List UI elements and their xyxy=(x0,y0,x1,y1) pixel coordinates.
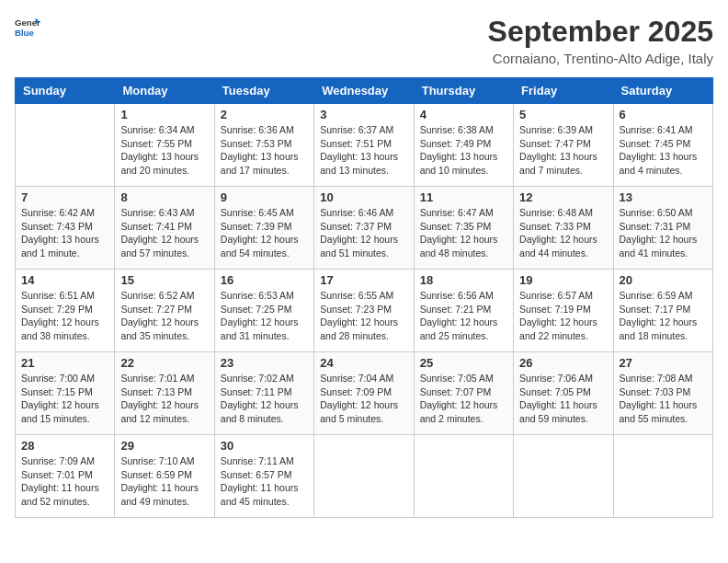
day-number: 29 xyxy=(120,439,208,453)
calendar-cell: 11Sunrise: 6:47 AM Sunset: 7:35 PM Dayli… xyxy=(414,187,513,270)
day-number: 28 xyxy=(21,439,108,453)
calendar-table: SundayMondayTuesdayWednesdayThursdayFrid… xyxy=(15,77,713,518)
calendar-cell: 22Sunrise: 7:01 AM Sunset: 7:13 PM Dayli… xyxy=(115,352,214,435)
calendar-week-5: 28Sunrise: 7:09 AM Sunset: 7:01 PM Dayli… xyxy=(16,435,713,518)
day-number: 8 xyxy=(120,190,208,204)
calendar-week-4: 21Sunrise: 7:00 AM Sunset: 7:15 PM Dayli… xyxy=(16,352,713,435)
day-info: Sunrise: 7:11 AM Sunset: 6:57 PM Dayligh… xyxy=(221,454,308,509)
calendar-cell: 4Sunrise: 6:38 AM Sunset: 7:49 PM Daylig… xyxy=(414,104,513,187)
calendar-cell: 27Sunrise: 7:08 AM Sunset: 7:03 PM Dayli… xyxy=(613,352,712,435)
day-info: Sunrise: 6:47 AM Sunset: 7:35 PM Dayligh… xyxy=(420,206,507,260)
calendar-cell: 13Sunrise: 6:50 AM Sunset: 7:31 PM Dayli… xyxy=(613,187,712,270)
calendar-cell: 1Sunrise: 6:34 AM Sunset: 7:55 PM Daylig… xyxy=(115,104,214,187)
calendar-cell: 9Sunrise: 6:45 AM Sunset: 7:39 PM Daylig… xyxy=(214,187,313,270)
calendar-cell: 16Sunrise: 6:53 AM Sunset: 7:25 PM Dayli… xyxy=(214,270,313,352)
calendar-cell xyxy=(314,435,414,518)
day-info: Sunrise: 7:05 AM Sunset: 7:07 PM Dayligh… xyxy=(420,372,507,426)
day-number: 12 xyxy=(519,190,607,204)
day-number: 9 xyxy=(221,190,308,204)
day-number: 30 xyxy=(221,439,308,453)
day-info: Sunrise: 7:09 AM Sunset: 7:01 PM Dayligh… xyxy=(21,454,108,509)
calendar-body: 1Sunrise: 6:34 AM Sunset: 7:55 PM Daylig… xyxy=(16,104,713,518)
calendar-cell xyxy=(414,435,513,518)
day-info: Sunrise: 6:36 AM Sunset: 7:53 PM Dayligh… xyxy=(221,123,308,178)
day-number: 23 xyxy=(221,356,308,370)
day-info: Sunrise: 7:01 AM Sunset: 7:13 PM Dayligh… xyxy=(120,372,208,426)
svg-text:Blue: Blue xyxy=(15,28,34,38)
calendar-cell: 18Sunrise: 6:56 AM Sunset: 7:21 PM Dayli… xyxy=(414,270,513,352)
day-info: Sunrise: 6:41 AM Sunset: 7:45 PM Dayligh… xyxy=(620,123,707,178)
calendar-cell: 20Sunrise: 6:59 AM Sunset: 7:17 PM Dayli… xyxy=(613,270,712,352)
day-number: 27 xyxy=(620,356,707,370)
day-info: Sunrise: 6:53 AM Sunset: 7:25 PM Dayligh… xyxy=(221,289,308,343)
day-number: 7 xyxy=(21,190,108,204)
calendar-cell: 19Sunrise: 6:57 AM Sunset: 7:19 PM Dayli… xyxy=(514,270,613,352)
day-info: Sunrise: 6:34 AM Sunset: 7:55 PM Dayligh… xyxy=(120,123,208,178)
day-number: 2 xyxy=(221,108,308,121)
calendar-cell: 25Sunrise: 7:05 AM Sunset: 7:07 PM Dayli… xyxy=(414,352,513,435)
calendar-cell: 10Sunrise: 6:46 AM Sunset: 7:37 PM Dayli… xyxy=(314,187,414,270)
month-title: September 2025 xyxy=(488,15,713,49)
calendar-cell: 6Sunrise: 6:41 AM Sunset: 7:45 PM Daylig… xyxy=(613,104,712,187)
calendar-cell: 2Sunrise: 6:36 AM Sunset: 7:53 PM Daylig… xyxy=(214,104,313,187)
day-number: 20 xyxy=(620,273,707,287)
location-title: Cornaiano, Trentino-Alto Adige, Italy xyxy=(488,51,713,66)
day-info: Sunrise: 6:45 AM Sunset: 7:39 PM Dayligh… xyxy=(221,206,308,260)
day-number: 25 xyxy=(420,356,507,370)
day-number: 21 xyxy=(21,356,108,370)
day-info: Sunrise: 6:37 AM Sunset: 7:51 PM Dayligh… xyxy=(320,123,407,178)
weekday-header-friday: Friday xyxy=(514,78,613,104)
weekday-header-sunday: Sunday xyxy=(16,78,115,104)
calendar-cell: 7Sunrise: 6:42 AM Sunset: 7:43 PM Daylig… xyxy=(16,187,115,270)
weekday-header-monday: Monday xyxy=(115,78,214,104)
calendar-cell: 28Sunrise: 7:09 AM Sunset: 7:01 PM Dayli… xyxy=(16,435,115,518)
calendar-cell: 15Sunrise: 6:52 AM Sunset: 7:27 PM Dayli… xyxy=(115,270,214,352)
day-number: 10 xyxy=(320,190,407,204)
day-info: Sunrise: 6:59 AM Sunset: 7:17 PM Dayligh… xyxy=(620,289,707,343)
calendar-cell: 23Sunrise: 7:02 AM Sunset: 7:11 PM Dayli… xyxy=(214,352,313,435)
weekday-header-wednesday: Wednesday xyxy=(314,78,414,104)
day-number: 26 xyxy=(519,356,607,370)
day-number: 24 xyxy=(320,356,407,370)
calendar-cell: 14Sunrise: 6:51 AM Sunset: 7:29 PM Dayli… xyxy=(16,270,115,352)
calendar-cell: 8Sunrise: 6:43 AM Sunset: 7:41 PM Daylig… xyxy=(115,187,214,270)
day-info: Sunrise: 6:55 AM Sunset: 7:23 PM Dayligh… xyxy=(320,289,407,343)
calendar-cell: 17Sunrise: 6:55 AM Sunset: 7:23 PM Dayli… xyxy=(314,270,414,352)
day-info: Sunrise: 6:57 AM Sunset: 7:19 PM Dayligh… xyxy=(519,289,607,343)
day-info: Sunrise: 6:52 AM Sunset: 7:27 PM Dayligh… xyxy=(120,289,208,343)
day-info: Sunrise: 6:42 AM Sunset: 7:43 PM Dayligh… xyxy=(21,206,108,260)
calendar-cell: 29Sunrise: 7:10 AM Sunset: 6:59 PM Dayli… xyxy=(115,435,214,518)
day-info: Sunrise: 7:04 AM Sunset: 7:09 PM Dayligh… xyxy=(320,372,407,426)
day-number: 13 xyxy=(620,190,707,204)
logo: General Blue xyxy=(15,15,40,40)
logo-icon: General Blue xyxy=(15,15,40,40)
calendar-cell xyxy=(514,435,613,518)
day-info: Sunrise: 7:00 AM Sunset: 7:15 PM Dayligh… xyxy=(21,372,108,426)
calendar-header-row: SundayMondayTuesdayWednesdayThursdayFrid… xyxy=(16,78,713,104)
day-number: 17 xyxy=(320,273,407,287)
day-number: 4 xyxy=(420,108,507,121)
calendar-cell: 21Sunrise: 7:00 AM Sunset: 7:15 PM Dayli… xyxy=(16,352,115,435)
day-info: Sunrise: 7:08 AM Sunset: 7:03 PM Dayligh… xyxy=(620,372,707,426)
day-info: Sunrise: 7:10 AM Sunset: 6:59 PM Dayligh… xyxy=(120,454,208,509)
day-number: 16 xyxy=(221,273,308,287)
day-info: Sunrise: 6:46 AM Sunset: 7:37 PM Dayligh… xyxy=(320,206,407,260)
day-info: Sunrise: 7:02 AM Sunset: 7:11 PM Dayligh… xyxy=(221,372,308,426)
day-number: 22 xyxy=(120,356,208,370)
title-area: September 2025 Cornaiano, Trentino-Alto … xyxy=(488,15,713,66)
calendar-cell xyxy=(613,435,712,518)
day-info: Sunrise: 6:51 AM Sunset: 7:29 PM Dayligh… xyxy=(21,289,108,343)
calendar-cell: 26Sunrise: 7:06 AM Sunset: 7:05 PM Dayli… xyxy=(514,352,613,435)
calendar-week-1: 1Sunrise: 6:34 AM Sunset: 7:55 PM Daylig… xyxy=(16,104,713,187)
calendar-cell: 24Sunrise: 7:04 AM Sunset: 7:09 PM Dayli… xyxy=(314,352,414,435)
calendar-week-3: 14Sunrise: 6:51 AM Sunset: 7:29 PM Dayli… xyxy=(16,270,713,352)
day-number: 14 xyxy=(21,273,108,287)
weekday-header-thursday: Thursday xyxy=(414,78,513,104)
weekday-header-tuesday: Tuesday xyxy=(214,78,313,104)
day-info: Sunrise: 6:39 AM Sunset: 7:47 PM Dayligh… xyxy=(519,123,607,178)
weekday-header-saturday: Saturday xyxy=(613,78,712,104)
day-info: Sunrise: 6:48 AM Sunset: 7:33 PM Dayligh… xyxy=(519,206,607,260)
day-number: 6 xyxy=(620,108,707,121)
day-number: 5 xyxy=(519,108,607,121)
day-number: 19 xyxy=(519,273,607,287)
